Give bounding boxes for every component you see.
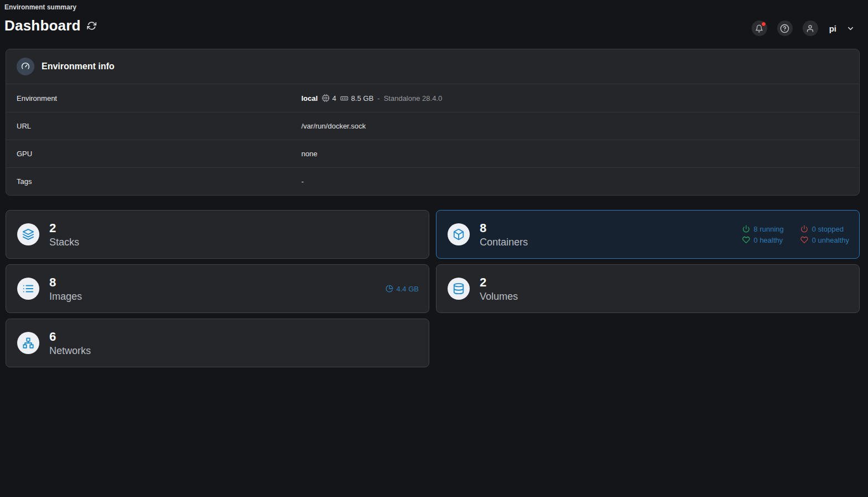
table-row-tags: Tags - [6,167,859,195]
images-count: 8 [49,275,82,290]
memory-icon [340,94,348,103]
topbar: Environment summary Dashboard pi [0,0,868,49]
layers-icon [17,223,39,245]
row-label: Tags [17,177,301,186]
row-label: GPU [17,150,301,158]
pie-chart-icon [386,285,393,293]
card-text: 2 Stacks [49,221,79,249]
power-icon [742,225,750,233]
containers-card[interactable]: 8 Containers 8 running 0 stopped 0 hea [436,210,860,259]
username[interactable]: pi [829,24,836,33]
card-text: 2 Volumes [480,275,518,303]
row-value: - [301,177,304,186]
cpu-count: 4 [332,94,336,103]
container-stats: 8 running 0 stopped 0 healthy 0 unhealth… [742,225,849,244]
row-value: none [301,150,317,158]
volumes-card[interactable]: 2 Volumes [436,264,860,313]
user-avatar[interactable] [803,21,818,36]
card-text: 8 Containers [480,221,528,249]
environment-name: local [301,94,318,103]
memory-spec: 8.5 GB [340,94,373,103]
networks-card[interactable]: 6 Networks [6,319,429,367]
row-label: URL [17,122,301,130]
containers-label: Containers [480,235,528,249]
volumes-label: Volumes [480,290,518,303]
environment-info-table: Environment local 4 8.5 GB - Standalone … [6,84,859,195]
page-title: Dashboard [4,17,81,34]
dashboard-cards: 2 Stacks 8 Containers 8 running 0 stoppe… [6,210,860,367]
row-value: /var/run/docker.sock [301,122,366,130]
stacks-count: 2 [49,221,79,235]
healthy-containers-link[interactable]: 0 healthy [742,236,783,244]
database-icon [448,278,470,300]
platform-version: Standalone 28.4.0 [384,94,443,103]
cpu-icon [322,94,330,102]
healthy-label: 0 healthy [754,236,783,244]
table-row-environment: Environment local 4 8.5 GB - Standalone … [6,84,859,112]
memory-amount: 8.5 GB [351,94,373,103]
volumes-count: 2 [480,275,518,290]
row-value: local 4 8.5 GB - Standalone 28.4.0 [301,94,442,103]
images-total-size: 4.4 GB [386,285,419,293]
card-text: 6 Networks [49,329,91,357]
environment-info-panel: Environment info Environment local 4 8.5… [6,49,860,196]
topbar-right: pi [752,21,855,36]
unhealthy-containers-link[interactable]: 0 unhealthy [800,236,849,244]
gauge-icon [17,58,34,75]
running-label: 8 running [754,225,784,233]
panel-title: Environment info [42,62,115,71]
stacks-card[interactable]: 2 Stacks [6,210,429,259]
networks-label: Networks [49,344,91,357]
environment-info-header: Environment info [6,49,859,84]
containers-count: 8 [480,221,528,235]
networks-count: 6 [49,329,91,344]
row-label: Environment [17,94,301,103]
heart-icon [742,236,750,244]
running-containers-link[interactable]: 8 running [742,225,784,233]
help-circle-icon [780,24,789,33]
help-button[interactable] [777,21,793,36]
notifications-button[interactable] [752,21,767,36]
unhealthy-label: 0 unhealthy [812,236,849,244]
sitemap-icon [17,332,39,354]
heart-icon [800,236,808,244]
card-text: 8 Images [49,275,82,303]
images-label: Images [49,290,82,303]
table-row-url: URL /var/run/docker.sock [6,112,859,140]
stacks-label: Stacks [49,235,79,249]
table-row-gpu: GPU none [6,140,859,167]
refresh-icon[interactable] [87,21,96,30]
cpu-spec: 4 [322,94,336,103]
value-separator: - [377,94,379,103]
cube-icon [448,223,470,245]
stopped-containers-link[interactable]: 0 stopped [800,225,844,233]
notification-dot [761,22,766,27]
list-icon [17,278,39,300]
chevron-down-icon[interactable] [846,24,855,33]
user-icon [806,24,814,33]
images-card[interactable]: 8 Images 4.4 GB [6,264,429,313]
power-icon [800,225,808,233]
topbar-left: Environment summary Dashboard [4,3,96,34]
breadcrumb: Environment summary [4,3,96,11]
images-size-label: 4.4 GB [397,285,419,293]
stopped-label: 0 stopped [812,225,844,233]
